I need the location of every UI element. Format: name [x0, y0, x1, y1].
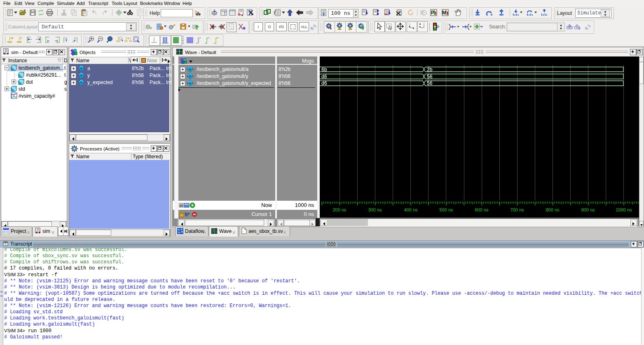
svg-text:?: ?: [223, 10, 226, 16]
svg-text:d6: d6: [321, 74, 327, 80]
svg-text:200 ns: 200 ns: [333, 207, 347, 212]
svg-text:1000 ns: 1000 ns: [616, 207, 632, 212]
svg-text:56: 56: [427, 74, 433, 80]
svg-text:700 ns: 700 ns: [510, 207, 524, 212]
svg-text:56: 56: [427, 80, 433, 86]
svg-text:900 ns: 900 ns: [581, 207, 595, 212]
svg-text:6b: 6b: [321, 67, 327, 73]
svg-text:P: P: [431, 10, 434, 16]
svg-text:M: M: [442, 10, 446, 16]
svg-text:500 ns: 500 ns: [439, 207, 453, 212]
svg-text:300 ns: 300 ns: [368, 207, 382, 212]
svg-text:800 ns: 800 ns: [546, 207, 560, 212]
svg-text:600 ns: 600 ns: [475, 207, 489, 212]
svg-text:d6: d6: [321, 80, 327, 86]
svg-text:2b: 2b: [427, 67, 433, 73]
svg-text:400 ns: 400 ns: [404, 207, 418, 212]
